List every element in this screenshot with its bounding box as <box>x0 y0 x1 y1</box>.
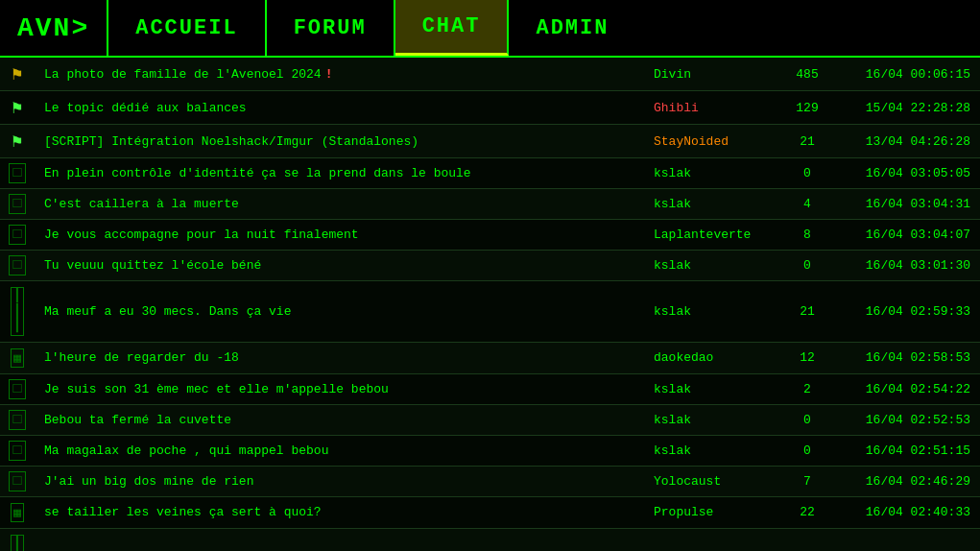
table-row: ⚑ La photo de famille de l'Avenoel 2024!… <box>0 58 980 91</box>
table-row: ⚑ Le topic dédié aux balances Ghibli 129… <box>0 91 980 125</box>
nav-item-admin[interactable]: ADMIN <box>509 0 635 56</box>
list-icon: ┃┃┃ <box>11 287 24 336</box>
row-count: 8 <box>778 220 836 251</box>
row-date: 16/04 00:06:15 <box>836 58 980 91</box>
table-row: □ Je vous accompagne pour la nuit finale… <box>0 220 980 251</box>
table-row: ▦ se tailler les veines ça sert à quoi? … <box>0 496 980 528</box>
folder-icon: □ <box>9 471 25 491</box>
row-count: 485 <box>778 58 836 91</box>
pin-green-icon: ⚑ <box>12 99 23 118</box>
nav-item-forum[interactable]: FORUM <box>267 0 395 56</box>
folder-icon: □ <box>9 379 25 399</box>
row-icon-cell: □ <box>0 220 35 251</box>
row-count: 21 <box>778 125 836 158</box>
table-row: ⚑ [SCRIPT] Intégration Noelshack/Imgur (… <box>0 125 980 158</box>
navbar: AVN> ACCUEIL FORUM CHAT ADMIN <box>0 0 980 58</box>
row-title[interactable]: [SCRIPT] Intégration Noelshack/Imgur (St… <box>35 125 644 158</box>
row-title[interactable]: se tailler les veines ça sert à quoi? <box>35 496 644 528</box>
row-title[interactable]: Je vous accompagne pour la nuit finaleme… <box>35 220 644 251</box>
row-count: 22 <box>778 496 836 528</box>
folder-icon: □ <box>9 225 25 245</box>
table-row: □ Tu veuuu quittez l'école béné kslak 0 … <box>0 251 980 281</box>
row-date: 16/04 02:58:53 <box>836 342 980 373</box>
row-author[interactable]: kslak <box>644 189 778 220</box>
row-title[interactable]: Ma meuf a eu 30 mecs. Dans ça vie <box>35 281 644 343</box>
forum-table-container: ⚑ La photo de famille de l'Avenoel 2024!… <box>0 58 980 551</box>
row-date: 16/04 02:52:53 <box>836 404 980 435</box>
row-count: 0 <box>778 435 836 466</box>
row-date: 16/04 02:46:29 <box>836 466 980 496</box>
folder-icon: □ <box>9 194 25 214</box>
row-icon-cell: □ <box>0 466 35 496</box>
table-row: □ J'ai un big dos mine de rien Yolocaust… <box>0 466 980 496</box>
nav-item-chat[interactable]: CHAT <box>395 0 510 56</box>
table-row: □ En plein contrôle d'identité ça se la … <box>0 158 980 189</box>
image-icon: ▦ <box>11 348 24 368</box>
row-author[interactable]: kslak <box>644 373 778 404</box>
row-title[interactable]: l'heure de regarder du -18 <box>35 342 644 373</box>
row-author[interactable]: Divin <box>644 58 778 91</box>
row-count: 21 <box>778 281 836 343</box>
row-icon-cell: ┃┃┃ <box>0 281 35 343</box>
row-icon-cell: □ <box>0 373 35 404</box>
row-author[interactable]: Yolocaust <box>644 466 778 496</box>
row-icon-cell: ┃┃┃ <box>0 528 35 551</box>
row-title[interactable]: Je suis son 31 ème mec et elle m'appelle… <box>35 373 644 404</box>
row-count: 2 <box>778 373 836 404</box>
row-author[interactable]: daokedao <box>644 342 778 373</box>
row-author[interactable]: Laplanteverte <box>644 220 778 251</box>
row-icon-cell: ⚑ <box>0 58 35 91</box>
row-title[interactable]: J'ai un big dos mine de rien <box>35 466 644 496</box>
row-title[interactable]: Tu veuuu quittez l'école béné <box>35 251 644 281</box>
row-author[interactable]: kslak <box>644 404 778 435</box>
table-row: ┃┃┃ Ma meuf a eu 30 mecs. Dans ça vie ks… <box>0 281 980 343</box>
row-icon-cell: □ <box>0 158 35 189</box>
image-icon: ▦ <box>11 503 24 522</box>
table-row: □ Ma magalax de poche , qui mappel bebou… <box>0 435 980 466</box>
row-icon-cell: □ <box>0 435 35 466</box>
row-author[interactable]: Ghibli <box>644 91 778 125</box>
row-author[interactable]: kslak <box>644 435 778 466</box>
exclaim-badge: ! <box>325 67 333 82</box>
folder-icon: □ <box>9 163 25 183</box>
table-row: □ Bebou ta fermé la cuvette kslak 0 16/0… <box>0 404 980 435</box>
folder-icon: □ <box>9 255 25 276</box>
row-icon-cell: ⚑ <box>0 91 35 125</box>
row-date: 16/04 03:04:31 <box>836 189 980 220</box>
table-row: □ Je suis son 31 ème mec et elle m'appel… <box>0 373 980 404</box>
row-author[interactable]: kslak <box>644 281 778 343</box>
row-title[interactable]: Ma magalax de poche , qui mappel bebou <box>35 435 644 466</box>
row-title[interactable]: Bebou ta fermé la cuvette <box>35 404 644 435</box>
row-date: 16/04 02:40:33 <box>836 496 980 528</box>
row-author[interactable]: Laplanteverte <box>644 528 778 551</box>
row-title[interactable]: Le topic dédié aux balances <box>35 91 644 125</box>
row-author[interactable]: kslak <box>644 251 778 281</box>
nav-logo: AVN> <box>0 0 108 56</box>
folder-icon: □ <box>9 410 25 430</box>
table-row: ▦ l'heure de regarder du -18 daokedao 12… <box>0 342 980 373</box>
row-date: 13/04 04:26:28 <box>836 125 980 158</box>
row-title[interactable]: La série policière que vous regardiez da… <box>35 528 644 551</box>
list-icon: ┃┃┃ <box>11 535 24 551</box>
row-date: 16/04 02:59:33 <box>836 281 980 343</box>
row-date: 15/04 22:28:28 <box>836 91 980 125</box>
row-count: 0 <box>778 404 836 435</box>
row-icon-cell: □ <box>0 189 35 220</box>
row-title[interactable]: C'est caillera à la muerte <box>35 189 644 220</box>
row-count: 4 <box>778 189 836 220</box>
nav-item-accueil[interactable]: ACCUEIL <box>108 0 266 56</box>
row-author[interactable]: StayNoided <box>644 125 778 158</box>
row-count: 0 <box>778 251 836 281</box>
logo-text: AVN> <box>17 13 89 43</box>
row-author[interactable]: Propulse <box>644 496 778 528</box>
forum-table: ⚑ La photo de famille de l'Avenoel 2024!… <box>0 58 980 551</box>
row-author[interactable]: kslak <box>644 158 778 189</box>
row-title[interactable]: En plein contrôle d'identité ça se la pr… <box>35 158 644 189</box>
pin-green-icon: ⚑ <box>12 132 23 152</box>
row-count: 12 <box>778 342 836 373</box>
table-row: ┃┃┃ La série policière que vous regardie… <box>0 528 980 551</box>
row-icon-cell: ⚑ <box>0 125 35 158</box>
row-icon-cell: ▦ <box>0 342 35 373</box>
row-title[interactable]: La photo de famille de l'Avenoel 2024! <box>35 58 644 91</box>
row-date: 16/04 03:04:07 <box>836 220 980 251</box>
